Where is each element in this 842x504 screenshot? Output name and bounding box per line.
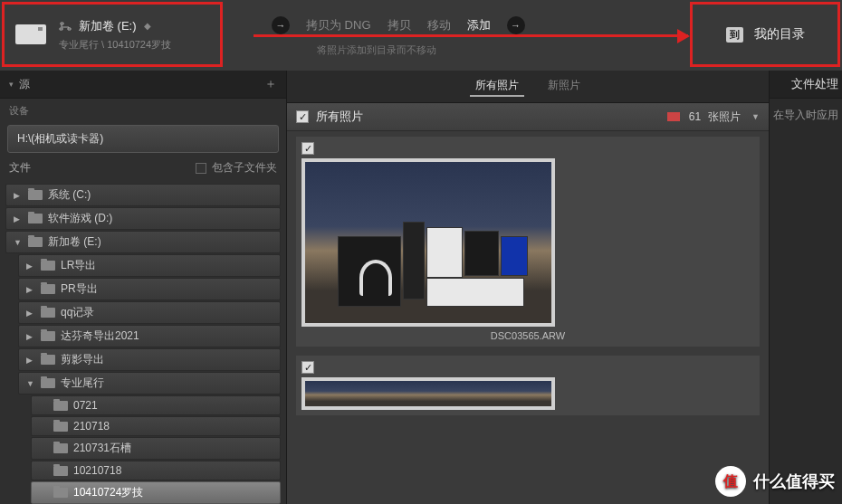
expand-icon: ▶ [26,356,35,365]
tree-item[interactable]: ▶qq记录 [18,301,281,324]
expand-icon: ▶ [14,191,23,200]
source-panel-header[interactable]: ▾ 源 ＋ [0,71,286,99]
caret-down-icon: ◆ [144,21,151,31]
thumb-checkbox[interactable]: ✓ [301,142,314,155]
include-subfolders-checkbox[interactable]: 包含子文件夹 [196,160,277,176]
source-selector[interactable]: 新加卷 (E:) ◆ 专业尾行 \ 10410724罗技 [2,2,223,67]
thumbnail-cell[interactable]: ✓ [296,356,760,415]
folder-icon [53,422,68,432]
destination-label: 我的目录 [754,26,805,43]
tree-item[interactable]: ▶系统 (C:) [5,184,281,206]
right-panel: 文件处理 在导入时应用 [770,71,842,504]
file-handling-header[interactable]: 文件处理 [770,71,842,99]
tree-item-label: 0721 [73,399,98,412]
import-mode-subtitle: 将照片添加到目录而不移动 [317,43,436,57]
center-panel: 所有照片 新照片 ✓ 所有照片 61 张照片 ▼ ✓ DSC03565.ARW … [286,71,770,504]
sort-badge-icon [667,112,680,121]
expand-icon: ▶ [26,285,35,294]
folder-icon [53,443,68,453]
thumbnail-image[interactable] [301,377,555,410]
folder-icon [41,284,55,294]
tree-item[interactable]: 10210718 [31,461,281,480]
folder-icon [53,488,68,498]
folder-icon [28,190,43,200]
folder-icon [53,466,68,476]
main-area: ▾ 源 ＋ 设备 H:\(相机或读卡器) 文件 包含子文件夹 ▶系统 (C:)▶… [0,71,842,504]
tree-item[interactable]: 0721 [31,395,281,415]
left-panel: ▾ 源 ＋ 设备 H:\(相机或读卡器) 文件 包含子文件夹 ▶系统 (C:)▶… [0,71,286,504]
sort-label[interactable]: 张照片 [708,109,741,125]
checkbox-icon [196,163,206,174]
tree-item-label: 达芬奇导出2021 [61,328,139,344]
thumbnail-image[interactable] [301,158,555,327]
arrow-right-icon: → [507,16,525,34]
tree-item[interactable]: ▼新加卷 (E:) [5,231,281,253]
watermark-logo: 值 [715,466,746,497]
chevron-down-icon[interactable]: ▼ [751,112,760,121]
mode-copy[interactable]: 拷贝 [388,17,411,33]
watermark-text: 什么值得买 [753,471,835,492]
photo-count: 61 [689,110,701,123]
folder-icon [28,237,43,247]
folder-icon [28,214,43,223]
tree-item-label: 软件游戏 (D:) [48,211,112,226]
mode-move[interactable]: 移动 [427,17,451,33]
thumb-checkbox[interactable]: ✓ [301,361,314,374]
hierarchy-icon [59,22,72,31]
add-source-button[interactable]: ＋ [264,76,277,92]
files-section-label: 文件 [9,160,31,176]
expand-icon: ▼ [14,238,23,247]
tree-item[interactable]: ▼专业尾行 [18,372,281,395]
destination-selector[interactable]: 到 我的目录 [690,2,840,67]
tree-item[interactable]: 210731石槽 [31,437,281,460]
tree-item-label: qq记录 [61,305,94,320]
tree-item-label: 新加卷 (E:) [48,234,101,250]
tree-item-label: 专业尾行 [61,376,104,391]
watermark: 值 什么值得买 [715,466,835,497]
source-header-label: 源 [19,77,30,92]
folder-icon [41,378,55,388]
mode-add[interactable]: 添加 [467,17,491,33]
tree-item-label: 系统 (C:) [48,187,91,203]
tree-item[interactable]: ▶达芬奇导出2021 [18,325,281,347]
select-all-checkbox[interactable]: ✓ [296,110,309,123]
folder-icon [41,308,55,318]
chevron-down-icon: ▾ [9,80,14,89]
expand-icon: ▶ [26,332,35,341]
tab-all-photos[interactable]: 所有照片 [470,76,524,97]
expand-icon: ▶ [26,262,35,271]
tree-item-label: PR导出 [61,281,98,297]
arrow-right-icon: → [272,16,290,34]
tree-item-label: 10410724罗技 [73,485,143,500]
filter-title: 所有照片 [316,109,660,125]
tree-item-label: 10210718 [73,464,121,477]
device-section-label: 设备 [0,99,286,123]
folder-tree[interactable]: ▶系统 (C:)▶软件游戏 (D:)▼新加卷 (E:)▶LR导出▶PR导出▶qq… [0,181,286,504]
mode-copy-dng[interactable]: 拷贝为 DNG [306,17,371,33]
tree-item[interactable]: ▶PR导出 [18,278,281,300]
device-button[interactable]: H:\(相机或读卡器) [7,125,279,153]
tree-item[interactable]: ▶LR导出 [18,254,281,277]
thumbnail-filename: DSC03565.ARW [301,327,754,341]
thumbnail-grid[interactable]: ✓ DSC03565.ARW ✓ [287,131,769,504]
include-subfolders-label: 包含子文件夹 [212,160,277,176]
apply-on-import-header[interactable]: 在导入时应用 [770,99,842,132]
center-tabs: 所有照片 新照片 [287,71,769,103]
expand-icon: ▶ [26,309,35,318]
tree-item[interactable]: ▶剪影导出 [18,348,281,371]
expand-icon: ▶ [14,214,23,223]
tree-item[interactable]: 210718 [31,416,281,436]
folder-icon [41,261,55,271]
expand-icon: ▼ [26,379,35,388]
filter-bar: ✓ 所有照片 61 张照片 ▼ [287,103,769,131]
folder-icon [53,401,68,411]
folder-icon [41,355,55,365]
import-mode-selector: → 拷贝为 DNG 拷贝 移动 添加 → [272,16,525,34]
tab-new-photos[interactable]: 新照片 [542,76,586,97]
thumbnail-cell[interactable]: ✓ DSC03565.ARW [296,137,760,347]
annotation-arrow [254,34,688,37]
tree-item-label: 剪影导出 [61,352,104,367]
tree-item[interactable]: 10410724罗技 [31,481,281,504]
tree-item[interactable]: ▶软件游戏 (D:) [5,207,281,230]
source-breadcrumb: 专业尾行 \ 10410724罗技 [59,38,171,52]
